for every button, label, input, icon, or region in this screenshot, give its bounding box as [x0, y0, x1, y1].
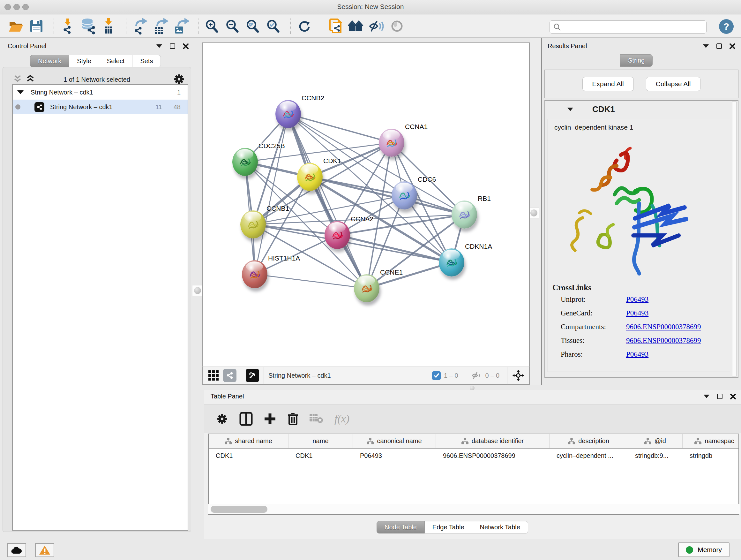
table-scrollbar-thumb[interactable] [211, 506, 267, 513]
show-columns-button[interactable] [239, 412, 253, 426]
delete-column-button[interactable] [287, 412, 299, 426]
zoom-in-button[interactable] [204, 17, 220, 36]
network-collection-row[interactable]: String Network – cdk1 1 [13, 85, 188, 100]
pan-crosshair-icon[interactable] [512, 369, 525, 382]
import-table-from-file-button[interactable] [100, 17, 117, 36]
function-builder-button[interactable]: f(x) [334, 413, 349, 425]
tab-network[interactable]: Network [30, 55, 69, 67]
table-cell[interactable]: CDK1 [288, 449, 353, 463]
table-cell[interactable]: P06493 [353, 449, 436, 463]
network-node-label-CCNA2: CCNA2 [351, 215, 374, 223]
export-image-button[interactable] [172, 17, 189, 36]
help-button[interactable]: ? [719, 19, 734, 34]
expand-all-button[interactable]: Expand All [583, 77, 634, 91]
selected-items-checkbox[interactable] [432, 371, 441, 380]
right-splitter-handle[interactable] [529, 207, 539, 219]
collapse-all-button[interactable]: Collapse All [646, 77, 701, 91]
cloud-status-button[interactable] [7, 543, 26, 557]
tab-edge-table[interactable]: Edge Table [425, 521, 472, 534]
table-cell[interactable]: stringdb [683, 449, 739, 463]
tab-string[interactable]: String [620, 54, 653, 67]
network-node-CCNB2[interactable] [275, 100, 301, 128]
crosslink-link[interactable]: 9606.ENSP00000378699 [626, 323, 701, 331]
table-panel-float-icon[interactable] [717, 394, 723, 399]
table-panel-menu-icon[interactable] [704, 395, 710, 398]
network-node-CCNA1[interactable] [379, 129, 404, 157]
network-edge[interactable] [367, 262, 452, 288]
network-edge[interactable] [255, 274, 367, 288]
grid-view-icon[interactable] [208, 370, 219, 381]
network-node-HIST1H1A[interactable] [242, 260, 267, 288]
delete-table-button[interactable] [310, 414, 324, 424]
network-node-CDC6[interactable] [392, 181, 417, 209]
table-row[interactable]: CDK1CDK1P064939606.ENSP00000378699cyclin… [209, 449, 738, 463]
table-options-button[interactable] [216, 413, 228, 425]
tab-style[interactable]: Style [69, 55, 99, 67]
tab-node-table[interactable]: Node Table [377, 521, 425, 534]
create-column-button[interactable] [264, 413, 276, 425]
results-scrollbar[interactable] [732, 102, 737, 376]
table-cell[interactable]: 9606.ENSP00000378699 [436, 449, 549, 463]
hide-details-button[interactable] [368, 17, 385, 36]
left-splitter-handle[interactable] [192, 285, 203, 296]
network-node-CDKN1A[interactable] [439, 248, 464, 276]
show-graphics-details-button[interactable] [389, 17, 405, 36]
network-options-gear-icon[interactable] [173, 73, 185, 85]
crosslink-link[interactable]: P06493 [626, 350, 649, 359]
network-node-CDK1[interactable] [297, 163, 323, 191]
column-header-shared-name[interactable]: shared name [209, 434, 288, 448]
column-header-namespac[interactable]: namespac [683, 434, 739, 448]
collection-label: String Network – cdk1 [30, 89, 93, 96]
table-cell[interactable]: cyclin–dependent ... [549, 449, 628, 463]
network-edge[interactable] [288, 114, 367, 288]
open-session-button[interactable] [8, 17, 24, 36]
import-network-from-file-button[interactable] [59, 17, 76, 36]
network-view-canvas[interactable]: CCNB2 CCNA1 CDC25B [202, 43, 530, 367]
crosslink-link[interactable]: P06493 [626, 295, 649, 304]
gene-section-collapse-icon[interactable] [567, 108, 573, 111]
import-network-from-database-button[interactable] [80, 17, 96, 36]
crosslink-link[interactable]: 9606.ENSP00000378699 [626, 336, 701, 345]
column-header-name[interactable]: name [288, 434, 353, 448]
home-view-button[interactable] [348, 17, 364, 36]
crosslink-link[interactable]: P06493 [626, 309, 649, 317]
horizontal-splitter-handle[interactable] [470, 386, 475, 390]
tab-select[interactable]: Select [99, 55, 133, 67]
refresh-layout-button[interactable] [296, 17, 313, 36]
results-panel-float-icon[interactable] [717, 44, 722, 49]
results-panel-close-icon[interactable] [730, 44, 735, 49]
column-header-description[interactable]: description [549, 434, 628, 448]
column-header-database-identifier[interactable]: database identifier [436, 434, 549, 448]
column-header-canonical-name[interactable]: canonical name [353, 434, 436, 448]
control-panel-float-icon[interactable] [170, 44, 175, 49]
column-header--id[interactable]: @id [628, 434, 683, 448]
table-cell[interactable]: stringdb:9... [628, 449, 683, 463]
tab-sets[interactable]: Sets [132, 55, 161, 67]
memory-button[interactable]: Memory [678, 543, 730, 557]
zoom-fit-button[interactable] [245, 17, 261, 36]
warning-status-button[interactable] [35, 543, 54, 557]
network-row-selected[interactable]: String Network – cdk1 11 48 [13, 100, 188, 114]
network-node-CCNB1[interactable] [240, 210, 266, 239]
network-node-CDC25B[interactable] [232, 148, 258, 176]
clone-network-button[interactable] [327, 17, 344, 36]
save-session-button[interactable] [28, 17, 45, 36]
birds-eye-view-icon[interactable] [246, 369, 259, 382]
network-node-RB1[interactable] [452, 200, 477, 229]
zoom-out-button[interactable] [224, 17, 241, 36]
results-panel-menu-icon[interactable] [703, 44, 709, 48]
export-network-button[interactable] [131, 17, 148, 36]
table-panel-close-icon[interactable] [730, 394, 736, 399]
network-edge[interactable] [255, 114, 288, 274]
search-input[interactable] [561, 21, 706, 33]
zoom-selected-button[interactable] [265, 17, 281, 36]
network-node-CCNA2[interactable] [325, 221, 350, 249]
tab-network-table[interactable]: Network Table [472, 521, 528, 534]
network-node-CCNE1[interactable] [354, 274, 380, 302]
table-cell[interactable]: CDK1 [209, 449, 288, 463]
control-panel-menu-icon[interactable] [156, 44, 162, 48]
collection-expand-icon[interactable] [17, 90, 23, 94]
export-table-button[interactable] [152, 17, 169, 36]
network-view-mode-icon[interactable] [223, 369, 237, 382]
control-panel-close-icon[interactable] [183, 44, 189, 49]
